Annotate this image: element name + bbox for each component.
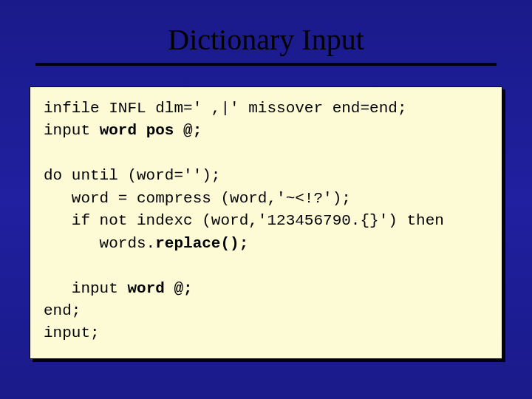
title-rule (35, 63, 497, 66)
code-line-3: do until (word=''); (44, 167, 220, 184)
code-line-2b: word pos @; (100, 122, 202, 139)
slide: Dictionary Input infile INFL dlm=' ,|' m… (0, 0, 532, 399)
code-blank-2 (44, 255, 488, 277)
code-line-1: infile INFL dlm=' ,|' missover end=end; (44, 100, 406, 117)
code-line-9: input; (44, 324, 100, 341)
slide-title: Dictionary Input (30, 22, 502, 57)
code-line-7a: input (44, 280, 127, 297)
code-line-6a: words. (44, 235, 155, 252)
code-blank-1 (44, 143, 488, 165)
code-line-2a: input (44, 122, 100, 139)
code-block: infile INFL dlm=' ,|' missover end=end; … (30, 86, 502, 359)
code-line-6b: replace(); (155, 235, 248, 252)
code-line-4: word = compress (word,'~<!?'); (44, 190, 351, 207)
code-line-8: end; (44, 302, 81, 319)
code-line-5: if not indexc (word,'123456790.{}') then (44, 212, 444, 229)
code-line-7b: word @; (127, 280, 192, 297)
